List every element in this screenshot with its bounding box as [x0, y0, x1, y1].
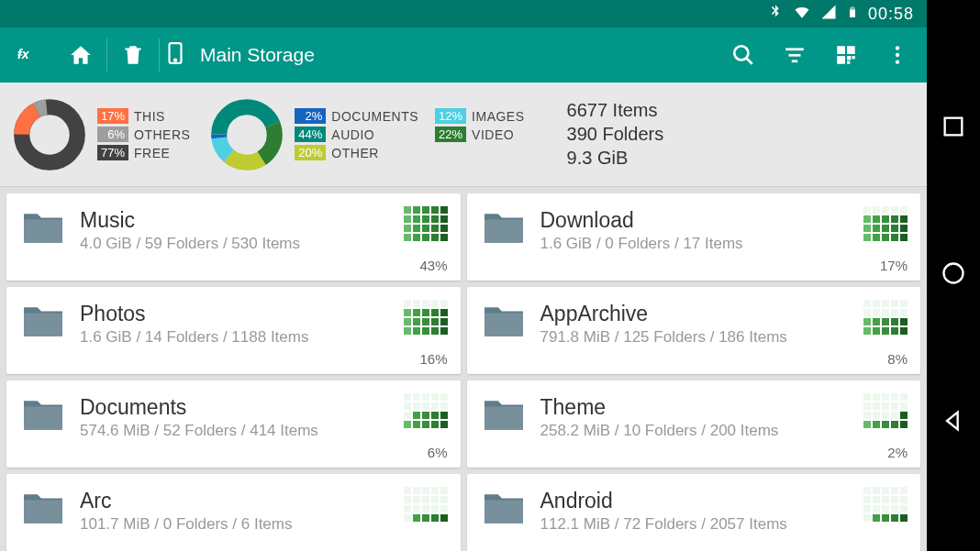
folder-name: Music — [80, 208, 448, 233]
svg-rect-13 — [852, 56, 855, 59]
folder-icon — [480, 395, 528, 437]
folder-details: 1.6 GiB / 14 Folders / 1188 Items — [80, 328, 448, 347]
legend-pct: 12% — [435, 108, 466, 124]
legend-label: DOCUMENTS — [331, 109, 418, 124]
folder-card[interactable]: Music4.0 GiB / 59 Folders / 530 Items43% — [6, 193, 461, 281]
total-folders: 390 Folders — [567, 124, 664, 145]
storage-donut-chart — [13, 98, 86, 171]
legend-label: THIS — [134, 109, 165, 124]
folder-grid: Music4.0 GiB / 59 Folders / 530 Items43%… — [0, 187, 927, 551]
filter-button[interactable] — [769, 28, 820, 83]
svg-point-3 — [174, 60, 176, 61]
type-donut-chart — [210, 98, 284, 171]
system-nav-bar — [927, 0, 980, 551]
total-items: 6677 Items — [567, 100, 664, 121]
usage-indicator — [863, 300, 908, 335]
folder-card[interactable]: Photos1.6 GiB / 14 Folders / 1188 Items1… — [6, 287, 461, 374]
legend-row: 20%OTHER — [295, 145, 418, 160]
folder-details: 1.6 GiB / 0 Folders / 17 Items — [540, 235, 908, 253]
folder-name: Photos — [80, 302, 448, 326]
legend-label: FREE — [134, 146, 170, 160]
folder-details: 4.0 GiB / 59 Folders / 530 Items — [80, 235, 448, 253]
folder-name: Theme — [540, 395, 908, 420]
legend-label: AUDIO — [331, 127, 374, 142]
svg-point-16 — [896, 53, 899, 57]
usage-indicator — [404, 206, 448, 241]
app-logo[interactable]: fx — [4, 28, 55, 83]
delete-button[interactable] — [107, 28, 159, 83]
legend-row: 6%OTHERS — [97, 127, 190, 142]
legend-row: 12%IMAGES — [435, 108, 524, 124]
folder-icon — [480, 208, 528, 250]
folder-icon — [19, 208, 67, 250]
folder-card[interactable]: AppArchive791.8 MiB / 125 Folders / 186 … — [467, 287, 921, 374]
folder-percent: 16% — [419, 351, 447, 367]
svg-point-15 — [896, 46, 899, 50]
legend-label: OTHERS — [134, 127, 190, 142]
svg-text:fx: fx — [17, 47, 30, 61]
folder-card[interactable]: Download1.6 GiB / 0 Folders / 17 Items17… — [467, 193, 921, 281]
home-nav-button[interactable] — [941, 260, 966, 290]
battery-icon — [846, 3, 859, 26]
home-button[interactable] — [55, 28, 106, 83]
svg-rect-10 — [847, 46, 855, 54]
wifi-icon — [793, 3, 811, 26]
storage-icon — [163, 41, 187, 69]
legend-row: 2%DOCUMENTS — [295, 108, 418, 124]
svg-rect-7 — [789, 54, 801, 57]
folder-percent: 8% — [887, 351, 908, 367]
folder-card[interactable]: Arc101.7 MiB / 0 Folders / 6 Items — [6, 474, 461, 551]
legend-label: IMAGES — [472, 109, 524, 124]
legend-pct: 44% — [295, 127, 326, 142]
bluetooth-icon — [767, 4, 784, 25]
folder-icon — [19, 489, 67, 531]
usage-indicator — [863, 206, 908, 241]
legend-pct: 22% — [435, 127, 466, 142]
svg-rect-11 — [837, 56, 845, 64]
folder-details: 258.2 MiB / 10 Folders / 200 Items — [540, 422, 908, 440]
folder-icon — [480, 302, 528, 344]
usage-indicator — [863, 487, 908, 522]
folder-percent: 2% — [887, 445, 908, 460]
folder-card[interactable]: Documents574.6 MiB / 52 Folders / 414 It… — [6, 380, 461, 468]
legend-pct: 2% — [295, 108, 326, 124]
legend-row: 17%THIS — [97, 108, 190, 124]
folder-percent: 17% — [880, 258, 908, 273]
view-button[interactable] — [820, 28, 872, 83]
signal-icon — [820, 4, 837, 25]
back-nav-button[interactable] — [941, 408, 966, 437]
search-button[interactable] — [718, 28, 769, 83]
folder-name: Documents — [80, 395, 448, 420]
svg-point-4 — [734, 46, 748, 60]
folder-icon — [19, 395, 67, 437]
usage-indicator — [404, 487, 448, 522]
folder-name: Download — [540, 208, 908, 233]
folder-icon — [480, 489, 528, 531]
folder-percent: 6% — [428, 445, 448, 460]
stats-panel: 17%THIS6%OTHERS77%FREE 2%DOCUMENTS44%AUD… — [0, 83, 927, 187]
svg-rect-12 — [847, 56, 851, 60]
usage-indicator — [404, 393, 448, 428]
folder-details: 574.6 MiB / 52 Folders / 414 Items — [80, 422, 448, 440]
svg-rect-8 — [792, 60, 798, 62]
recent-apps-button[interactable] — [941, 114, 966, 143]
legend-label: VIDEO — [472, 127, 514, 142]
legend-row: 77%FREE — [97, 145, 190, 160]
legend-label: OTHER — [331, 146, 379, 160]
svg-rect-9 — [837, 46, 845, 54]
status-bar: 00:58 — [0, 0, 927, 28]
clock: 00:58 — [868, 5, 914, 24]
legend-row: 22%VIDEO — [435, 127, 524, 142]
folder-details: 791.8 MiB / 125 Folders / 186 Items — [540, 328, 908, 347]
svg-point-17 — [896, 60, 899, 63]
overflow-menu-button[interactable] — [872, 28, 923, 83]
toolbar: fx Main Storage — [0, 28, 927, 83]
usage-indicator — [404, 300, 448, 335]
folder-card[interactable]: Android112.1 MiB / 72 Folders / 2057 Ite… — [467, 474, 921, 551]
usage-indicator — [863, 393, 908, 428]
folder-name: Arc — [80, 489, 448, 513]
folder-icon — [19, 302, 67, 344]
legend-pct: 20% — [295, 145, 326, 160]
svg-rect-26 — [945, 118, 963, 136]
folder-card[interactable]: Theme258.2 MiB / 10 Folders / 200 Items2… — [467, 380, 921, 468]
